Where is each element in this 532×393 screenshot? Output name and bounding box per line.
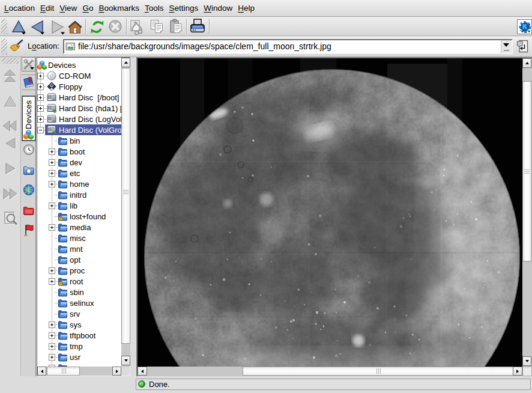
svg-text:K: K: [523, 23, 528, 30]
